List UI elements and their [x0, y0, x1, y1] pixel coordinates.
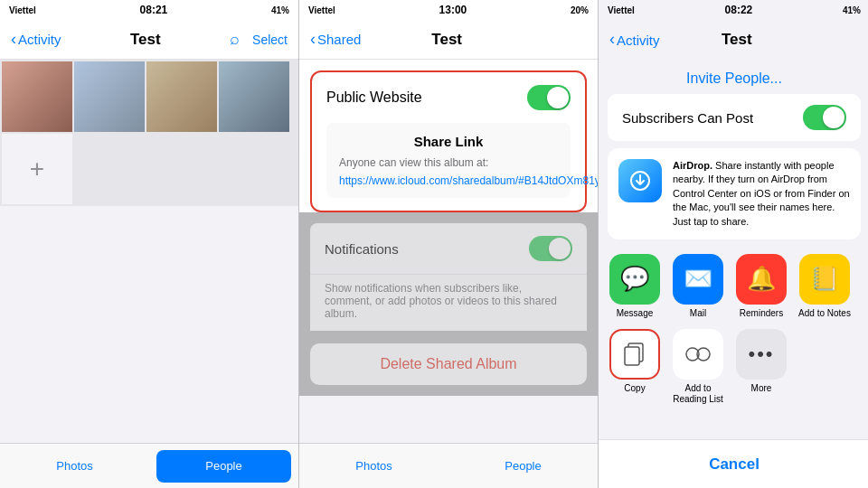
battery-left: 41%: [271, 5, 289, 15]
subscribers-row-right: Subscribers Can Post: [608, 94, 861, 141]
panel-mid: Viettel 13:00 20% ‹ Shared Test Invite P…: [299, 0, 598, 488]
carrier-right: Viettel: [608, 5, 635, 15]
panel-left: Viettel 08:21 41% ‹ Activity Test ⌕ Sele…: [0, 0, 298, 488]
notifications-toggle[interactable]: [529, 236, 572, 261]
public-website-box: Public Website Share Link Anyone can vie…: [310, 70, 587, 212]
photo-thumb-3[interactable]: [146, 61, 217, 132]
invite-people-button-right[interactable]: Invite People...: [608, 60, 861, 94]
back-label-right: Activity: [617, 33, 660, 48]
add-photo-button[interactable]: +: [2, 134, 72, 204]
subscribers-toggle-right[interactable]: [803, 105, 846, 130]
message-icon: 💬: [609, 254, 660, 305]
more-label: More: [751, 383, 772, 393]
mail-icon: ✉️: [673, 254, 723, 305]
nav-right-left: ⌕ Select: [230, 30, 288, 49]
select-button-left[interactable]: Select: [252, 33, 288, 47]
search-icon-left[interactable]: ⌕: [230, 30, 240, 49]
back-button-mid[interactable]: ‹ Shared: [310, 31, 361, 49]
back-label-left: Activity: [18, 32, 61, 47]
copy-button[interactable]: Copy: [608, 329, 662, 405]
carrier-left: Viettel: [9, 5, 36, 15]
subscribers-label-right: Subscribers Can Post: [622, 110, 753, 126]
notes-icon: 📒: [799, 254, 850, 305]
chevron-right-icon: ‹: [609, 30, 615, 49]
nav-title-left: Test: [130, 31, 161, 49]
chevron-left-icon: ‹: [11, 30, 16, 49]
nav-title-mid: Test: [431, 31, 462, 49]
reading-list-label: Add toReading List: [673, 383, 723, 405]
tab-photos-left[interactable]: Photos: [7, 450, 142, 483]
copy-icon: [609, 329, 660, 380]
airdrop-section: AirDrop. Share instantly with people nea…: [608, 148, 861, 239]
status-bar-right: Viettel 08:22 41%: [599, 0, 868, 20]
share-notes-button[interactable]: 📒 Add to Notes: [797, 254, 852, 318]
bottom-tabs-left: Photos People: [0, 443, 298, 488]
delete-shared-album-button[interactable]: Delete Shared Album: [310, 343, 587, 385]
cancel-bar: Cancel: [599, 439, 868, 488]
chevron-mid-icon: ‹: [310, 30, 316, 49]
share-reminders-button[interactable]: 🔔 Reminders: [734, 254, 788, 318]
public-website-toggle[interactable]: [527, 85, 571, 110]
nav-title-right: Test: [722, 31, 752, 49]
notifications-sub: Show notifications when subscribers like…: [310, 275, 587, 331]
airdrop-description: AirDrop. Share instantly with people nea…: [673, 159, 850, 229]
reminders-icon: 🔔: [736, 254, 787, 305]
battery-right: 41%: [843, 5, 861, 15]
reading-list-icon: [673, 329, 723, 380]
photo-grid: +: [0, 60, 298, 206]
carrier-mid: Viettel: [308, 5, 335, 15]
back-button-left[interactable]: ‹ Activity: [11, 31, 61, 49]
panel-right: Viettel 08:22 41% ‹ Activity Test Invite…: [599, 0, 868, 488]
share-link-url[interactable]: https://www.icloud.com/sharedalbum/#B14J…: [339, 174, 558, 187]
public-website-label: Public Website: [326, 89, 422, 106]
time-right: 08:22: [725, 4, 753, 16]
time-left: 08:21: [140, 4, 168, 16]
tab-people-left[interactable]: People: [156, 450, 291, 483]
photo-thumb-2[interactable]: [74, 61, 145, 132]
add-reading-list-button[interactable]: Add toReading List: [671, 329, 725, 405]
more-icon: •••: [736, 329, 787, 380]
battery-mid: 20%: [571, 5, 589, 15]
share-icons-row-2: Copy Add toReading List ••• More: [608, 325, 861, 412]
cancel-button[interactable]: Cancel: [709, 455, 760, 474]
photo-thumb-1[interactable]: [2, 61, 72, 132]
share-message-button[interactable]: 💬 Message: [608, 254, 662, 318]
copy-label: Copy: [624, 383, 645, 393]
photo-thumb-4[interactable]: [219, 61, 289, 132]
status-bar-mid: Viettel 13:00 20%: [299, 0, 598, 20]
public-website-header: Public Website: [326, 85, 571, 110]
svg-rect-2: [625, 347, 639, 365]
status-bar-left: Viettel 08:21 41%: [0, 0, 298, 20]
nav-bar-left: ‹ Activity Test ⌕ Select: [0, 20, 298, 60]
back-label-mid: Shared: [317, 32, 361, 47]
share-icons-row-1: 💬 Message ✉️ Mail 🔔 Reminders 📒 Add to N…: [608, 247, 861, 325]
share-link-hint: Anyone can view this album at:: [339, 156, 558, 169]
back-button-right[interactable]: ‹ Activity: [609, 31, 660, 49]
share-mail-button[interactable]: ✉️ Mail: [671, 254, 725, 318]
more-button[interactable]: ••• More: [734, 329, 788, 405]
notifications-row: Notifications: [310, 223, 587, 275]
nav-bar-right: ‹ Activity Test: [599, 20, 868, 60]
time-mid: 13:00: [439, 4, 467, 16]
nav-bar-mid: ‹ Shared Test: [299, 20, 598, 60]
share-link-section: Share Link Anyone can view this album at…: [326, 123, 571, 198]
airdrop-icon: [618, 159, 662, 202]
share-link-title: Share Link: [339, 134, 558, 149]
